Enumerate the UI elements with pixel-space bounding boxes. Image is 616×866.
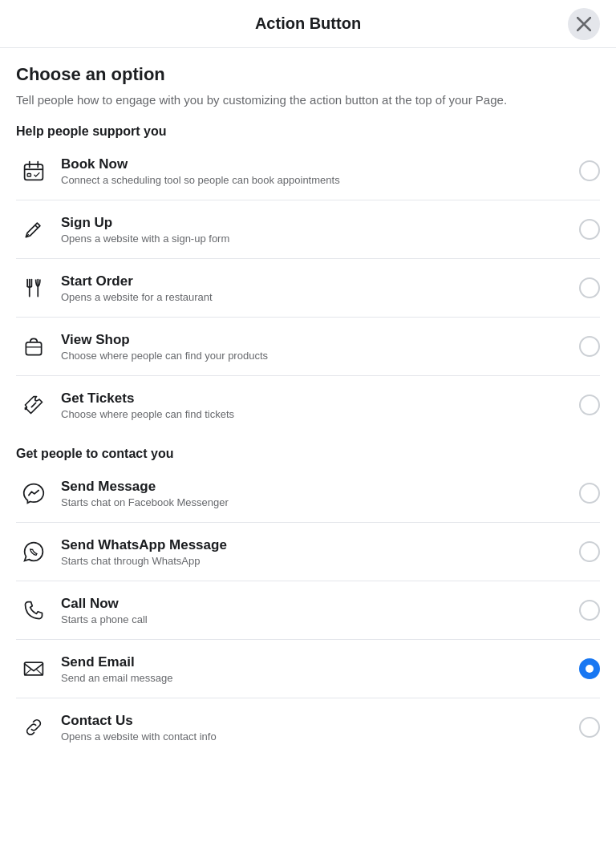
option-send-message[interactable]: Send Message Starts chat on Facebook Mes… <box>16 464 600 523</box>
intro-section: Choose an option Tell people how to enga… <box>16 64 600 108</box>
call-now-desc: Starts a phone call <box>61 613 571 625</box>
book-now-desc: Connect a scheduling tool so people can … <box>61 174 571 186</box>
book-now-radio[interactable] <box>579 160 600 181</box>
option-call-now[interactable]: Call Now Starts a phone call <box>16 581 600 640</box>
messenger-icon <box>16 475 51 511</box>
get-tickets-radio[interactable] <box>579 395 600 415</box>
get-tickets-text: Get Tickets Choose where people can find… <box>61 391 571 420</box>
ticket-icon <box>16 387 51 423</box>
svg-rect-13 <box>26 342 41 355</box>
send-email-radio[interactable] <box>579 658 600 679</box>
get-tickets-name: Get Tickets <box>61 391 571 407</box>
call-now-text: Call Now Starts a phone call <box>61 596 571 625</box>
option-send-whatsapp[interactable]: Send WhatsApp Message Starts chat throug… <box>16 523 600 581</box>
support-section: Help people support you <box>16 124 600 434</box>
start-order-desc: Opens a website for a restaurant <box>61 291 571 303</box>
option-contact-us[interactable]: Contact Us Opens a website with contact … <box>16 698 600 756</box>
svg-rect-6 <box>27 174 30 177</box>
phone-icon <box>16 593 51 628</box>
choose-heading: Choose an option <box>16 64 600 85</box>
option-sign-up[interactable]: Sign Up Opens a website with a sign-up f… <box>16 200 600 259</box>
send-email-desc: Send an email message <box>61 672 571 684</box>
contact-section-label: Get people to contact you <box>16 447 600 461</box>
send-whatsapp-radio[interactable] <box>579 541 600 562</box>
contact-us-name: Contact Us <box>61 713 571 729</box>
svg-line-17 <box>25 670 31 675</box>
main-content: Choose an option Tell people how to enga… <box>0 48 616 772</box>
option-get-tickets[interactable]: Get Tickets Choose where people can find… <box>16 376 600 434</box>
send-message-radio[interactable] <box>579 483 600 504</box>
book-now-name: Book Now <box>61 156 571 172</box>
send-whatsapp-desc: Starts chat through WhatsApp <box>61 555 571 567</box>
svg-rect-2 <box>25 164 43 180</box>
svg-line-7 <box>35 225 38 229</box>
whatsapp-icon <box>16 534 51 569</box>
option-send-email[interactable]: Send Email Send an email message <box>16 640 600 698</box>
svg-line-15 <box>31 403 35 407</box>
contact-us-desc: Opens a website with contact info <box>61 730 571 743</box>
contact-us-radio[interactable] <box>579 717 600 738</box>
start-order-name: Start Order <box>61 273 571 289</box>
page-title: Action Button <box>255 14 361 33</box>
send-whatsapp-text: Send WhatsApp Message Starts chat throug… <box>61 537 571 567</box>
fork-knife-icon <box>16 270 51 306</box>
start-order-radio[interactable] <box>579 277 600 298</box>
call-now-radio[interactable] <box>579 600 600 621</box>
contact-section: Get people to contact you Send Message S… <box>16 447 600 756</box>
close-button[interactable] <box>568 8 600 40</box>
send-message-desc: Starts chat on Facebook Messenger <box>61 496 571 508</box>
svg-line-18 <box>37 670 43 675</box>
sign-up-text: Sign Up Opens a website with a sign-up f… <box>61 215 571 245</box>
send-email-text: Send Email Send an email message <box>61 654 571 684</box>
sign-up-desc: Opens a website with a sign-up form <box>61 233 571 245</box>
sign-up-radio[interactable] <box>579 219 600 240</box>
send-whatsapp-name: Send WhatsApp Message <box>61 537 571 553</box>
view-shop-desc: Choose where people can find your produc… <box>61 350 571 362</box>
link-icon <box>16 710 51 745</box>
option-view-shop[interactable]: View Shop Choose where people can find y… <box>16 318 600 376</box>
view-shop-name: View Shop <box>61 332 571 348</box>
call-now-name: Call Now <box>61 596 571 612</box>
page-container: Action Button Choose an option Tell peop… <box>0 0 616 772</box>
pencil-icon <box>16 212 51 247</box>
email-icon <box>16 651 51 686</box>
send-message-name: Send Message <box>61 479 571 495</box>
contact-options-list: Send Message Starts chat on Facebook Mes… <box>16 464 600 756</box>
send-email-name: Send Email <box>61 654 571 670</box>
sign-up-name: Sign Up <box>61 215 571 231</box>
support-options-list: Book Now Connect a scheduling tool so pe… <box>16 142 600 434</box>
send-message-text: Send Message Starts chat on Facebook Mes… <box>61 479 571 508</box>
header: Action Button <box>0 0 616 48</box>
view-shop-text: View Shop Choose where people can find y… <box>61 332 571 362</box>
get-tickets-desc: Choose where people can find tickets <box>61 408 571 420</box>
option-start-order[interactable]: Start Order Opens a website for a restau… <box>16 259 600 318</box>
contact-us-text: Contact Us Opens a website with contact … <box>61 713 571 743</box>
close-icon <box>577 17 591 31</box>
option-book-now[interactable]: Book Now Connect a scheduling tool so pe… <box>16 142 600 200</box>
calendar-icon <box>16 153 51 188</box>
book-now-text: Book Now Connect a scheduling tool so pe… <box>61 156 571 186</box>
start-order-text: Start Order Opens a website for a restau… <box>61 273 571 303</box>
choose-description: Tell people how to engage with you by cu… <box>16 91 600 108</box>
view-shop-radio[interactable] <box>579 336 600 357</box>
support-section-label: Help people support you <box>16 124 600 139</box>
bag-icon <box>16 329 51 364</box>
